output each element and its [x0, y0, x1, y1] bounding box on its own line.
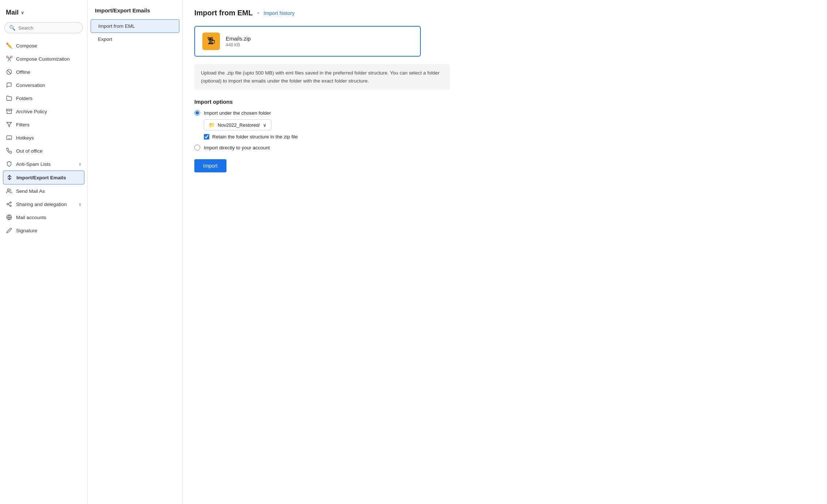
- sub-item-import-eml[interactable]: Import from EML: [91, 19, 179, 33]
- svg-rect-2: [7, 109, 12, 110]
- page-title: Import from EML: [194, 9, 253, 17]
- radio-text-directly: Import directly to your account: [204, 145, 270, 150]
- info-box: Upload the .zip file (upto 500 MB) with …: [194, 64, 450, 90]
- svg-line-11: [8, 205, 10, 206]
- sidebar-item-label: Anti-Spam Lists: [16, 161, 51, 167]
- svg-point-10: [10, 205, 11, 207]
- retain-folder-structure-checkbox[interactable]: [204, 134, 209, 140]
- chevron-down-icon: ∨: [79, 162, 81, 167]
- radio-label-chosen-folder[interactable]: Import under the chosen folder: [194, 110, 815, 116]
- svg-point-7: [7, 189, 9, 191]
- import-export-icon: [6, 174, 13, 181]
- radio-input-chosen-folder[interactable]: [194, 110, 200, 116]
- header-dot: •: [257, 10, 259, 16]
- svg-line-12: [8, 203, 10, 204]
- offline-icon: [6, 69, 12, 75]
- file-size: 448 KB: [226, 42, 251, 47]
- sharing-icon: [6, 201, 12, 207]
- radio-input-directly[interactable]: [194, 145, 200, 150]
- filters-icon: [6, 121, 12, 128]
- sidebar-item-compose-customization[interactable]: ✂️ Compose Customization: [0, 52, 87, 65]
- anti-spam-icon: [6, 161, 12, 167]
- sidebar-item-folders[interactable]: Folders: [0, 92, 87, 105]
- radio-group: Import under the chosen folder 📁 Nov2022…: [194, 110, 815, 150]
- sidebar: Mail ∨ 🔍 ✏️ Compose ✂️ Compose Customiza…: [0, 0, 88, 504]
- compose-customization-icon: ✂️: [6, 56, 12, 62]
- import-options-section: Import options Import under the chosen f…: [194, 99, 815, 150]
- out-of-office-icon: [6, 148, 12, 154]
- main-header: Import from EML • Import history: [194, 9, 815, 17]
- folder-select[interactable]: 📁 Nov2022_Restored/ ∨: [204, 119, 271, 130]
- import-button[interactable]: Import: [194, 159, 226, 172]
- middle-panel-title: Import/Export Emails: [88, 7, 182, 19]
- file-info: Emails.zip 448 KB: [226, 35, 251, 47]
- svg-point-9: [7, 203, 8, 205]
- sidebar-item-filters[interactable]: Filters: [0, 118, 87, 131]
- sidebar-item-import-export[interactable]: Import/Export Emails: [3, 171, 84, 184]
- sidebar-item-hotkeys[interactable]: Hotkeys: [0, 131, 87, 144]
- svg-point-8: [10, 202, 11, 203]
- sidebar-item-signature[interactable]: Signature: [0, 224, 87, 237]
- sidebar-item-label: Import/Export Emails: [16, 175, 66, 180]
- search-bar[interactable]: 🔍: [4, 22, 83, 33]
- sidebar-item-label: Compose: [16, 43, 37, 49]
- sidebar-item-label: Sharing and delegation: [16, 202, 67, 207]
- sidebar-item-label: Signature: [16, 228, 37, 233]
- sidebar-item-label: Compose Customization: [16, 56, 70, 62]
- radio-option-chosen-folder: Import under the chosen folder 📁 Nov2022…: [194, 110, 815, 140]
- sidebar-item-offline[interactable]: Offline: [0, 65, 87, 79]
- sidebar-item-label: Mail accounts: [16, 215, 46, 220]
- sub-item-export[interactable]: Export: [91, 33, 179, 46]
- svg-line-1: [7, 70, 11, 73]
- sub-item-label: Import from EML: [98, 23, 135, 29]
- zip-icon: 🗜: [207, 37, 215, 46]
- info-text: Upload the .zip file (upto 500 MB) with …: [201, 70, 440, 84]
- hotkeys-icon: [6, 134, 12, 141]
- mail-accounts-icon: [6, 214, 12, 221]
- sidebar-item-label: Filters: [16, 122, 30, 127]
- sidebar-item-mail-accounts[interactable]: Mail accounts: [0, 211, 87, 224]
- sidebar-item-label: Offline: [16, 69, 30, 75]
- main-content: Import from EML • Import history 🗜 Email…: [183, 0, 827, 504]
- sidebar-item-anti-spam[interactable]: Anti-Spam Lists ∨: [0, 157, 87, 171]
- folder-chevron-icon: ∨: [263, 122, 267, 128]
- sidebar-item-conversation[interactable]: Conversation: [0, 79, 87, 92]
- app-title[interactable]: Mail ∨: [0, 6, 87, 22]
- radio-text-chosen-folder: Import under the chosen folder: [204, 110, 271, 116]
- folder-icon: 📁: [209, 122, 215, 128]
- sidebar-item-label: Archive Policy: [16, 109, 47, 114]
- search-icon: 🔍: [9, 25, 15, 31]
- sidebar-item-archive-policy[interactable]: Archive Policy: [0, 105, 87, 118]
- radio-label-directly[interactable]: Import directly to your account: [194, 145, 815, 150]
- middle-panel: Import/Export Emails Import from EML Exp…: [88, 0, 183, 504]
- app-title-text: Mail: [6, 9, 19, 16]
- sub-options: 📁 Nov2022_Restored/ ∨ Retain the folder …: [204, 119, 815, 140]
- archive-icon: [6, 108, 12, 115]
- sidebar-item-send-mail-as[interactable]: Send Mail As: [0, 184, 87, 198]
- chevron-down-icon: ∨: [79, 202, 81, 207]
- compose-icon: ✏️: [6, 42, 12, 49]
- import-options-title: Import options: [194, 99, 815, 105]
- svg-marker-4: [7, 122, 11, 127]
- sub-item-label: Export: [98, 37, 112, 42]
- sidebar-item-label: Out of office: [16, 148, 43, 154]
- sidebar-item-sharing[interactable]: Sharing and delegation ∨: [0, 198, 87, 211]
- retain-folder-structure-checkbox-label[interactable]: Retain the folder structure in the zip f…: [204, 134, 815, 140]
- search-input[interactable]: [18, 25, 78, 31]
- sidebar-item-label: Hotkeys: [16, 135, 34, 141]
- conversation-icon: [6, 82, 12, 88]
- folder-select-label: Nov2022_Restored/: [218, 122, 260, 128]
- sidebar-item-compose[interactable]: ✏️ Compose: [0, 39, 87, 52]
- checkbox-label-text: Retain the folder structure in the zip f…: [212, 134, 298, 140]
- folders-icon: [6, 95, 12, 102]
- sidebar-item-label: Conversation: [16, 83, 45, 88]
- sidebar-item-label: Send Mail As: [16, 188, 45, 194]
- sidebar-item-out-of-office[interactable]: Out of office: [0, 144, 87, 157]
- import-history-link[interactable]: Import history: [264, 10, 295, 16]
- file-icon: 🗜: [202, 33, 220, 50]
- sidebar-item-label: Folders: [16, 96, 33, 101]
- app-title-chevron: ∨: [21, 10, 24, 15]
- file-upload-box[interactable]: 🗜 Emails.zip 448 KB: [194, 26, 421, 57]
- send-mail-as-icon: [6, 188, 12, 194]
- signature-icon: [6, 227, 12, 234]
